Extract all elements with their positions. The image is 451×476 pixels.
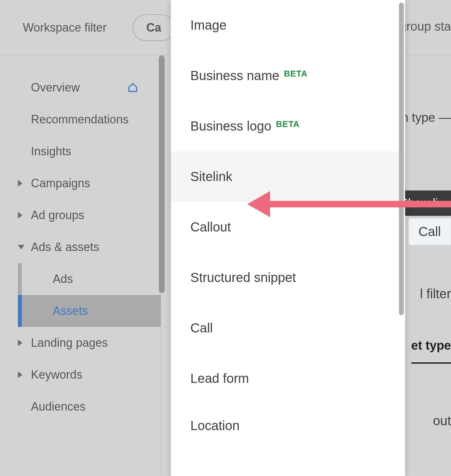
caret-down-icon [18, 245, 24, 249]
sidebar-subitems: Ads Assets [0, 263, 161, 327]
sidebar-item-overview[interactable]: Overview [0, 72, 161, 104]
sidebar-item-landing-pages[interactable]: Landing pages [0, 327, 161, 359]
dropdown-item-lead-form[interactable]: Lead form [171, 353, 405, 404]
dropdown-item-call[interactable]: Call [171, 303, 405, 353]
dropdown-item-label: Image [190, 18, 226, 33]
sidebar-item-insights[interactable]: Insights [0, 135, 161, 167]
caret-right-icon [18, 371, 22, 378]
sidebar-item-label: Ad groups [31, 208, 84, 222]
out-partial: out [433, 413, 451, 428]
sidebar-subitem-label: Assets [53, 304, 88, 318]
sidebar-item-keywords[interactable]: Keywords [0, 359, 161, 391]
sidebar-subitem-assets[interactable]: Assets [18, 295, 161, 327]
sidebar-item-label: Audiences [31, 400, 86, 413]
chip-text: Call [418, 224, 441, 239]
dropdown-item-sitelink[interactable]: Sitelink [171, 151, 405, 202]
dropdown-item-callout[interactable]: Callout [171, 202, 405, 252]
sidebar-item-label: Landing pages [31, 336, 108, 350]
caret-right-icon [18, 340, 22, 346]
badge-text: Show li [400, 196, 438, 210]
caret-right-icon [18, 180, 22, 187]
dropdown-item-label: Location [190, 418, 239, 433]
asset-type-column: et type [411, 339, 451, 364]
sidebar-item-audiences[interactable]: Audiences [0, 391, 161, 423]
dropdown-item-label: Business name [190, 68, 279, 83]
dropdown-item-label: Sitelink [190, 169, 232, 184]
sidebar-item-ad-groups[interactable]: Ad groups [0, 199, 161, 231]
dropdown-item-image[interactable]: Image [171, 0, 405, 50]
filter-chip-text: Ca [146, 21, 161, 34]
call-chip[interactable]: Call [408, 218, 451, 245]
navigation-sidebar: Overview Recommendations Insights Campai… [0, 55, 161, 476]
dropdown-scrollbar[interactable] [399, 3, 404, 315]
sidebar-item-label: Ads & assets [31, 240, 99, 254]
dropdown-item-label: Call [190, 321, 213, 335]
beta-badge: BETA [284, 69, 308, 79]
dropdown-item-label: Callout [190, 220, 231, 234]
beta-badge: BETA [276, 119, 300, 129]
dropdown-item-location[interactable]: Location [171, 404, 405, 451]
group-status-partial: group sta [400, 20, 451, 34]
workspace-filter-label: Workspace filter [23, 21, 106, 35]
filter-partial: l filter [420, 287, 451, 301]
sidebar-item-label: Insights [31, 145, 71, 158]
sidebar-item-label: Keywords [31, 368, 82, 382]
sidebar-item-campaigns[interactable]: Campaigns [0, 167, 161, 199]
dropdown-item-business-logo[interactable]: Business logo BETA [171, 101, 405, 151]
sidebar-item-label: Overview [31, 81, 80, 94]
dropdown-item-business-name[interactable]: Business name BETA [171, 50, 405, 101]
caret-right-icon [18, 212, 22, 218]
dropdown-item-label: Business logo [190, 119, 271, 133]
asset-type-dropdown: Image Business name BETA Business logo B… [171, 0, 405, 476]
sidebar-scrollbar[interactable] [159, 55, 165, 293]
sidebar-subitem-ads[interactable]: Ads [18, 263, 161, 295]
dropdown-item-structured-snippet[interactable]: Structured snippet [171, 252, 405, 303]
sidebar-item-recommendations[interactable]: Recommendations [0, 104, 161, 135]
sidebar-item-ads-assets[interactable]: Ads & assets [0, 231, 161, 263]
home-icon [128, 82, 138, 93]
filter-chip[interactable]: Ca [132, 14, 175, 41]
sidebar-item-label: Recommendations [31, 113, 129, 126]
sidebar-item-label: Campaigns [31, 176, 90, 190]
sidebar-subitem-label: Ads [53, 272, 73, 286]
dropdown-item-label: Lead form [190, 371, 249, 386]
dropdown-item-label: Structured snippet [190, 270, 296, 285]
